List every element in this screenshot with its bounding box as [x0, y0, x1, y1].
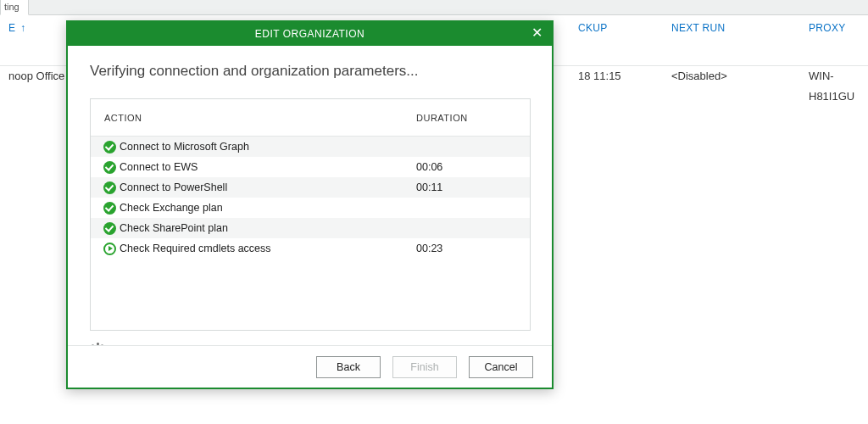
action-label: Connect to PowerShell	[118, 181, 411, 193]
column-header-next-run[interactable]: NEXT RUN	[663, 15, 734, 65]
action-label: Check Exchange plan	[118, 202, 411, 214]
action-duration: 00:23	[411, 243, 530, 254]
column-header-something-e[interactable]: E ↑	[0, 15, 68, 65]
action-row: Connect to Microsoft Graph	[91, 137, 530, 157]
column-header-proxy[interactable]: PROXY	[800, 15, 854, 65]
success-icon	[103, 141, 116, 153]
cancel-button[interactable]: Cancel	[469, 356, 533, 378]
action-label: Connect to Microsoft Graph	[118, 141, 411, 153]
dialog-heading: Verifying connection and organization pa…	[90, 63, 530, 80]
action-duration: 00:11	[411, 181, 530, 193]
dialog-footer: Back Finish Cancel	[68, 345, 552, 388]
action-row: Check SharePoint plan	[91, 218, 530, 238]
cell-proxy: WIN-H81I1GU	[800, 66, 868, 86]
action-table: ACTION DURATION Connect to Microsoft Gra…	[90, 98, 531, 331]
cell-next-run: <Disabled>	[663, 66, 736, 86]
sort-asc-icon: ↑	[17, 22, 25, 34]
action-label: Check SharePoint plan	[118, 222, 411, 234]
ribbon-tab-fragment: ting	[0, 0, 29, 15]
success-icon	[103, 202, 116, 215]
action-row: Connect to EWS00:06	[91, 157, 530, 177]
action-duration: 00:06	[411, 161, 530, 173]
back-button[interactable]: Back	[316, 356, 381, 378]
close-icon[interactable]: ✕	[521, 22, 552, 46]
action-row: Check Required cmdlets access00:23	[91, 238, 530, 259]
finish-button: Finish	[392, 356, 457, 378]
edit-organization-dialog: EDIT ORGANIZATION ✕ Verifying connection…	[66, 20, 554, 389]
column-header-backup[interactable]: CKUP	[570, 15, 616, 65]
action-label: Check Required cmdlets access	[118, 243, 411, 254]
cell-backup: 18 11:15	[570, 66, 630, 86]
dialog-titlebar: EDIT ORGANIZATION ✕	[68, 22, 552, 46]
dialog-title: EDIT ORGANIZATION	[68, 22, 552, 46]
success-icon	[103, 161, 116, 174]
running-icon	[103, 243, 116, 255]
success-icon	[103, 222, 116, 235]
success-icon	[103, 181, 116, 194]
column-header-action: ACTION	[91, 113, 411, 123]
column-header-duration: DURATION	[411, 113, 530, 123]
action-row: Connect to PowerShell00:11	[91, 177, 530, 198]
action-label: Connect to EWS	[118, 161, 411, 173]
action-row: Check Exchange plan	[91, 198, 530, 218]
